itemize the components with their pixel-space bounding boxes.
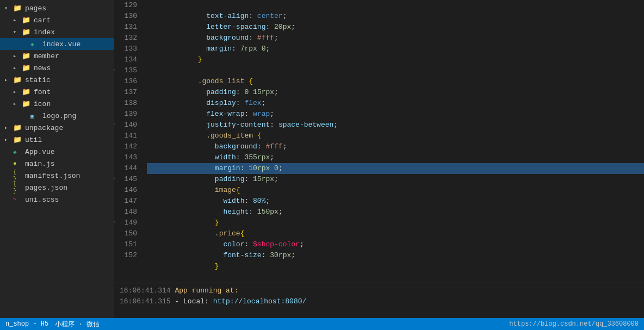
line-num: 145 ▾	[114, 174, 137, 185]
terminal-url[interactable]: http://localhost:8080/	[213, 297, 307, 306]
sidebar-item-icon[interactable]: ▸ 📁 icon	[0, 98, 114, 110]
code-line	[147, 54, 644, 65]
code-line: .price{	[147, 217, 644, 228]
line-num: 150	[114, 228, 137, 239]
folder-icon: 📁	[22, 88, 32, 96]
sidebar-item-logo-png[interactable]: ▣ logo.png	[0, 110, 114, 122]
sidebar-item-static[interactable]: ▸ 📁 static	[0, 74, 114, 86]
timestamp: 16:06:41.314	[120, 287, 171, 295]
sidebar-item-label: logo.png	[42, 112, 76, 120]
js-file-icon: ●	[13, 160, 23, 167]
code-content: 129 130 131 132 133 134 135 ▾ 136 137 13…	[114, 0, 644, 283]
folder-icon: 📁	[22, 99, 32, 108]
sidebar-item-label: main.js	[25, 160, 55, 168]
arrow-icon: ▸	[13, 101, 22, 107]
sidebar-item-manifest-json[interactable]: { } manifest.json	[0, 170, 114, 182]
sidebar-item-label: index	[34, 28, 55, 36]
line-num: 140 ▾	[114, 120, 137, 130]
line-numbers: 129 130 131 132 133 134 135 ▾ 136 137 13…	[114, 0, 141, 283]
sidebar-item-label: cart	[34, 16, 51, 24]
code-line: .goods_list {	[147, 65, 644, 76]
line-num: 144	[114, 163, 137, 174]
sidebar-item-pages-json[interactable]: { } pages.json	[0, 182, 114, 194]
arrow-icon: ▸	[13, 65, 22, 71]
sidebar-item-cart[interactable]: ▸ 📁 cart	[0, 14, 114, 26]
sidebar-item-pages[interactable]: ▾ 📁 pages	[0, 2, 114, 14]
file-explorer: ▾ 📁 pages ▸ 📁 cart ▾ 📁 index ◈ index.vue…	[0, 0, 114, 318]
sidebar-item-label: font	[34, 88, 51, 96]
line-num: 134	[114, 54, 137, 65]
line-num: 137	[114, 87, 137, 98]
line-num: 135 ▾	[114, 65, 137, 76]
sidebar-item-label: manifest.json	[25, 172, 80, 180]
terminal-line: 16:06:41.315 - Local: http://localhost:8…	[120, 296, 639, 307]
sidebar-item-label: uni.scss	[25, 196, 59, 204]
sidebar-item-label: index.vue	[42, 40, 81, 48]
line-num: 146	[114, 185, 137, 196]
timestamp: 16:06:41.315	[120, 297, 171, 306]
line-num: 136	[114, 76, 137, 87]
terminal-panel: 16:06:41.314 App running at: 16:06:41.31…	[114, 283, 644, 318]
sidebar-item-label: icon	[34, 100, 51, 108]
sidebar-item-label: util	[25, 136, 42, 144]
folder-icon: 📁	[22, 28, 32, 36]
line-num: 139	[114, 109, 137, 120]
json-file-icon: { }	[13, 169, 23, 182]
sidebar-item-label: unpackage	[25, 124, 63, 132]
status-bar-url[interactable]: https://blog.csdn.net/qq_33608000	[509, 320, 639, 328]
arrow-icon: ▸	[4, 136, 13, 143]
json-file-icon: { }	[13, 181, 23, 194]
vue-file-icon: ◈	[13, 148, 23, 155]
code-lines[interactable]: text-align: center; letter-spacing: 20px…	[141, 0, 644, 283]
sidebar-item-label: pages.json	[25, 184, 67, 192]
status-bar: n_shop - H5 小程序 · 微信 https://blog.csdn.n…	[0, 318, 644, 330]
line-num: 142	[114, 141, 137, 152]
status-bar-left: n_shop - H5 小程序 · 微信	[5, 320, 100, 329]
sidebar-item-uni-scss[interactable]: ~ uni.scss	[0, 194, 114, 206]
line-num: 143	[114, 152, 137, 163]
scss-file-icon: ~	[13, 196, 23, 203]
folder-icon: 📁	[22, 16, 32, 24]
arrow-icon: ▾	[4, 5, 13, 11]
arrow-icon: ▸	[13, 17, 22, 23]
line-num: 151	[114, 239, 137, 250]
line-num: 129	[114, 0, 137, 11]
main-container: ▾ 📁 pages ▸ 📁 cart ▾ 📁 index ◈ index.vue…	[0, 0, 644, 318]
sidebar-item-label: news	[34, 64, 51, 72]
vue-file-icon: ◈	[30, 41, 40, 48]
line-num: 152	[114, 250, 137, 261]
arrow-icon: ▸	[13, 53, 22, 59]
code-editor: 129 130 131 132 133 134 135 ▾ 136 137 13…	[114, 0, 644, 318]
code-line: text-align: center;	[147, 0, 644, 11]
project-title: n_shop - H5	[5, 320, 48, 328]
sidebar-item-label: static	[25, 76, 51, 84]
sidebar-item-font[interactable]: ▸ 📁 font	[0, 86, 114, 98]
line-num: 130	[114, 11, 137, 22]
sidebar-item-member[interactable]: ▸ 📁 member	[0, 50, 114, 62]
sidebar-item-label: pages	[25, 4, 46, 13]
line-num: 138	[114, 98, 137, 109]
folder-icon: 📁	[22, 64, 32, 72]
arrow-icon: ▸	[4, 124, 13, 131]
line-num: 147	[114, 196, 137, 207]
sidebar-item-main-js[interactable]: ● main.js	[0, 158, 114, 170]
arrow-icon: ▸	[13, 89, 22, 95]
line-num: 141	[114, 130, 137, 141]
sidebar-item-index-vue[interactable]: ◈ index.vue	[0, 38, 114, 50]
line-num: 132	[114, 33, 137, 43]
sidebar-item-label: App.vue	[25, 148, 55, 156]
sidebar-item-unpackage[interactable]: ▸ 📁 unpackage	[0, 122, 114, 134]
folder-icon: 📁	[13, 135, 23, 144]
terminal-running: App running at:	[175, 287, 238, 295]
terminal-line: 16:06:41.314 App running at:	[120, 285, 639, 296]
folder-icon: 📁	[13, 76, 23, 84]
sidebar-item-news[interactable]: ▸ 📁 news	[0, 62, 114, 74]
sidebar-item-util[interactable]: ▸ 📁 util	[0, 134, 114, 146]
folder-icon: 📁	[13, 123, 23, 132]
sidebar-item-app-vue[interactable]: ◈ App.vue	[0, 146, 114, 158]
line-num: 131	[114, 22, 137, 33]
arrow-icon: ▸	[4, 77, 13, 83]
terminal-text: - Local:	[175, 297, 213, 306]
sidebar-item-index[interactable]: ▾ 📁 index	[0, 26, 114, 38]
project-subtitle: 小程序 · 微信	[55, 320, 100, 329]
